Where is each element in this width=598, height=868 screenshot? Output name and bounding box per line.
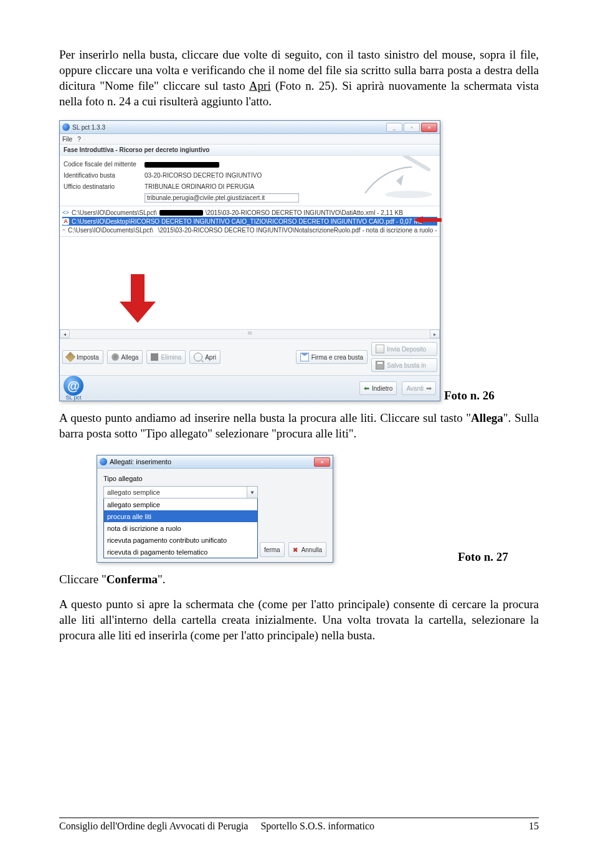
dialog-close-button[interactable]: ×: [314, 457, 330, 467]
file1-suf: \2015\03-20-RICORSO DECRETO INGIUNTIVO\D…: [206, 209, 403, 216]
combo-arrow-icon[interactable]: ▼: [247, 487, 257, 498]
dash-icon: [151, 353, 158, 361]
para3-bold: Conferma: [107, 573, 158, 586]
horizontal-scrollbar[interactable]: ◂ III ▸: [60, 329, 440, 338]
elimina-label: Elimina: [161, 354, 181, 361]
caption-foto-26: Foto n. 26: [444, 389, 495, 403]
dd-nota-iscrizione[interactable]: nota di iscrizione a ruolo: [104, 522, 257, 534]
row-codice-fiscale: Codice fiscale del mittente: [64, 158, 355, 169]
attach-icon: 𝄐: [62, 227, 65, 234]
figure-26-row: SL pct 1.3.3 _ ▫ × File ? Fase Introdutt…: [59, 118, 539, 403]
salva-label: Salva busta in: [387, 362, 426, 369]
form-left: Codice fiscale del mittente Identificati…: [60, 156, 359, 206]
tipo-allegato-dropdown: allegato semplice procura alle liti nota…: [103, 498, 258, 558]
slpct-window: SL pct 1.3.3 _ ▫ × File ? Fase Introdutt…: [59, 120, 440, 401]
paragraph-4: A questo punto si apre la schermata che …: [59, 596, 539, 643]
value-ufficio: TRIBUNALE ORDINARIO DI PERUGIA: [145, 183, 355, 190]
indietro-button[interactable]: Indietro: [359, 381, 397, 395]
dd-ricevuta-telematico[interactable]: ricevuta di pagamento telematico: [104, 546, 257, 558]
arrow-left-icon: [364, 384, 369, 393]
scroll-left-button[interactable]: ◂: [60, 330, 70, 338]
row-email: tribunale.perugia@civile.ptel.giustiziac…: [64, 192, 355, 203]
allega-label: Allega: [121, 354, 139, 361]
minimize-button[interactable]: _: [386, 123, 402, 132]
menu-help[interactable]: ?: [77, 136, 81, 143]
apri-label: Apri: [205, 354, 216, 361]
slpct-label: SL pct: [64, 394, 83, 401]
annulla-button[interactable]: ✖Annulla: [288, 542, 326, 557]
scroll-mid-text: III: [248, 330, 252, 336]
indietro-label: Indietro: [372, 385, 392, 392]
dd-procura-alle-liti[interactable]: procura alle liti: [104, 510, 257, 522]
toolbar: Imposta Allega Elimina Apri Firma e crea…: [60, 338, 440, 375]
dd-allegato-semplice[interactable]: allegato semplice: [104, 498, 257, 510]
menu-file[interactable]: File: [62, 136, 72, 143]
file-list: <> C:\Users\IO\Documents\SLpct\\2015\03-…: [60, 206, 440, 236]
elimina-button[interactable]: Elimina: [146, 350, 186, 364]
paragraph-1: Per inserirlo nella busta, cliccare due …: [59, 47, 539, 109]
xml-icon: <>: [62, 209, 69, 216]
close-button[interactable]: ×: [421, 123, 437, 132]
file-row-xml[interactable]: <> C:\Users\IO\Documents\SLpct\\2015\03-…: [62, 208, 437, 217]
file1-pre: C:\Users\IO\Documents\SLpct\: [72, 209, 157, 216]
slpct-brand: @ SL pct: [64, 376, 83, 401]
file-row-pdf-selected[interactable]: A C:\Users\IO\Desktop\RICORSO DECRETO IN…: [62, 217, 437, 226]
scroll-right-button[interactable]: ▸: [430, 330, 440, 338]
dd-ricevuta-contributo[interactable]: ricevuta pagamento contributo unificato: [104, 534, 257, 546]
apri-button[interactable]: Apri: [189, 350, 221, 364]
dialog-titlebar: Allegati: inserimento ×: [97, 455, 333, 469]
caption-foto-27: Foto n. 27: [458, 550, 508, 564]
file-row-nota[interactable]: 𝄐 C:\Users\IO\Documents\SLpct\\2015\03-2…: [62, 226, 437, 234]
magnifier-icon: [194, 353, 202, 361]
para1-underline: Apri: [249, 79, 271, 92]
row-ufficio: Ufficio destinatario TRIBUNALE ORDINARIO…: [64, 181, 355, 192]
invia-button[interactable]: Invia Deposito: [371, 342, 437, 356]
file3-suf: \2015\03-20-RICORSO DECRETO INGIUNTIVO\N…: [158, 227, 437, 234]
firma-label: Firma e crea busta: [311, 354, 363, 361]
dialog-title: Allegati: inserimento: [110, 458, 314, 465]
file3-pre: C:\Users\IO\Documents\SLpct\: [68, 227, 153, 234]
clip-icon: [112, 353, 119, 361]
footer-left: Consiglio dell'Ordine degli Avvocati di …: [59, 821, 248, 832]
scroll-track[interactable]: III: [70, 330, 430, 338]
save-icon: [376, 361, 384, 370]
arrow-right-icon: [426, 384, 432, 393]
figure-27-row: Allegati: inserimento × Tipo allegato al…: [59, 450, 539, 564]
para2-bold: Allega: [471, 411, 503, 424]
svg-marker-4: [120, 274, 156, 323]
avanti-label: Avanti: [406, 385, 424, 392]
label-ufficio: Ufficio destinatario: [64, 183, 145, 190]
value-id-busta: 03-20-RICORSO DECRETO INGIUNTIVO: [145, 172, 355, 179]
svg-marker-3: [413, 216, 442, 224]
dialog-buttons: ferma ✖Annulla: [260, 542, 326, 557]
maximize-button[interactable]: ▫: [404, 123, 420, 132]
email-field[interactable]: tribunale.perugia@civile.ptel.giustiziac…: [145, 193, 299, 203]
firma-button[interactable]: Firma e crea busta: [296, 350, 368, 364]
value-codice-fiscale: [145, 161, 355, 168]
label-id-busta: Identificativo busta: [64, 172, 145, 179]
allegati-dialog: Allegati: inserimento × Tipo allegato al…: [97, 455, 333, 563]
salva-button[interactable]: Salva busta in: [371, 358, 437, 372]
tipo-allegato-combo[interactable]: allegato semplice ▼: [103, 486, 258, 498]
conferma-button-partial[interactable]: ferma: [260, 542, 285, 557]
svg-marker-1: [396, 174, 404, 186]
imposta-label: Imposta: [77, 354, 99, 361]
imposta-button[interactable]: Imposta: [62, 350, 103, 364]
x-icon: ✖: [293, 546, 298, 553]
page-number: 15: [529, 821, 539, 832]
annulla-label: Annulla: [301, 546, 322, 553]
avanti-button[interactable]: Avanti: [402, 381, 436, 395]
paragraph-3: Cliccare "Conferma".: [59, 571, 539, 587]
pen-illustration: [359, 156, 440, 203]
box-icon: [376, 345, 384, 353]
dialog-body: Tipo allegato allegato semplice ▼ allega…: [97, 469, 333, 562]
para3a: Cliccare ": [59, 573, 107, 586]
svg-rect-0: [402, 156, 431, 172]
value-email: tribunale.perugia@civile.ptel.giustiziac…: [145, 193, 355, 203]
window-titlebar: SL pct 1.3.3 _ ▫ ×: [60, 121, 440, 134]
svg-point-2: [385, 191, 432, 198]
paragraph-2: A questo punto andiamo ad inserire nella…: [59, 410, 539, 441]
allega-button[interactable]: Allega: [107, 350, 143, 364]
at-icon: @: [64, 376, 83, 396]
red-arrow-right: [413, 216, 442, 224]
